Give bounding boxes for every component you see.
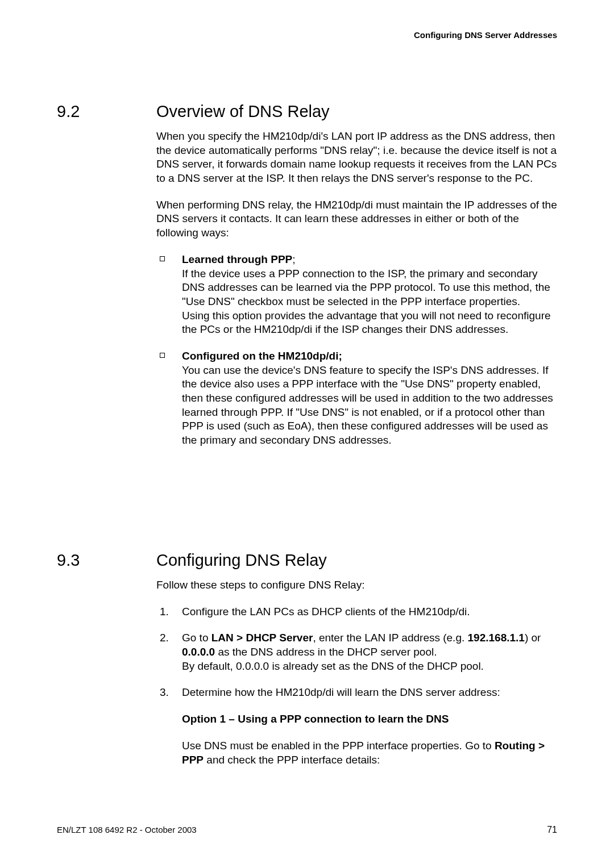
- list-marker: 2.: [160, 631, 169, 645]
- ip-address: 0.0.0.0: [182, 646, 215, 658]
- option-heading: Option 1 – Using a PPP connection to lea…: [182, 712, 557, 727]
- section-9-3-heading: 9.3 Configuring DNS Relay: [57, 550, 557, 571]
- bullet-list: Learned through PPP; If the device uses …: [156, 253, 557, 448]
- ip-address: 192.168.1.1: [468, 632, 525, 644]
- bullet-item-configured: Configured on the HM210dp/di; You can us…: [156, 349, 557, 448]
- running-header: Configuring DNS Server Addresses: [414, 30, 557, 41]
- footer-page-number: 71: [547, 824, 557, 836]
- menu-path: LAN > DHCP Server: [211, 632, 313, 644]
- bullet-heading: Configured on the HM210dp/di;: [182, 350, 342, 362]
- section-title: Configuring DNS Relay: [156, 550, 327, 571]
- option-body: Use DNS must be enabled in the PPP inter…: [182, 739, 557, 767]
- bullet-item-learned-ppp: Learned through PPP; If the device uses …: [156, 253, 557, 337]
- numbered-list: 1. Configure the LAN PCs as DHCP clients…: [156, 605, 557, 700]
- paragraph: Follow these steps to configure DNS Rela…: [156, 578, 557, 592]
- step-note: By default, 0.0.0.0 is already set as th…: [182, 660, 484, 672]
- list-marker: 3.: [160, 686, 169, 700]
- text: Go to: [182, 632, 211, 644]
- section-number: 9.2: [57, 101, 156, 123]
- text: as the DNS address in the DHCP server po…: [215, 646, 437, 658]
- step-1: 1. Configure the LAN PCs as DHCP clients…: [156, 605, 557, 619]
- bullet-body: You can use the device's DNS feature to …: [182, 364, 553, 446]
- section-9-3-body: Follow these steps to configure DNS Rela…: [156, 578, 557, 779]
- step-text: Determine how the HM210dp/di will learn …: [182, 686, 500, 698]
- paragraph: When you specify the HM210dp/di's LAN po…: [156, 130, 557, 186]
- section-title: Overview of DNS Relay: [156, 101, 330, 123]
- paragraph: When performing DNS relay, the HM210dp/d…: [156, 198, 557, 240]
- section-9-2-heading: 9.2 Overview of DNS Relay: [57, 101, 557, 123]
- footer-doc-id: EN/LZT 108 6492 R2 - October 2003: [57, 824, 197, 836]
- list-marker: 1.: [160, 605, 169, 619]
- page-footer: EN/LZT 108 6492 R2 - October 2003 71: [57, 824, 557, 836]
- step-2: 2. Go to LAN > DHCP Server, enter the LA…: [156, 631, 557, 673]
- text: and check the PPP interface details:: [204, 754, 380, 766]
- step-3: 3. Determine how the HM210dp/di will lea…: [156, 686, 557, 700]
- section-number: 9.3: [57, 550, 156, 571]
- text: Use DNS must be enabled in the PPP inter…: [182, 740, 495, 752]
- text: ;: [292, 253, 295, 265]
- text: ) or: [525, 632, 541, 644]
- bullet-body: Using this option provides the advantage…: [182, 310, 551, 336]
- step-text: Configure the LAN PCs as DHCP clients of…: [182, 606, 470, 617]
- bullet-heading: Learned through PPP: [182, 253, 292, 265]
- bullet-body: If the device uses a PPP connection to t…: [182, 268, 550, 307]
- section-9-2-body: When you specify the HM210dp/di's LAN po…: [156, 130, 557, 460]
- text: , enter the LAN IP address (e.g.: [313, 632, 467, 644]
